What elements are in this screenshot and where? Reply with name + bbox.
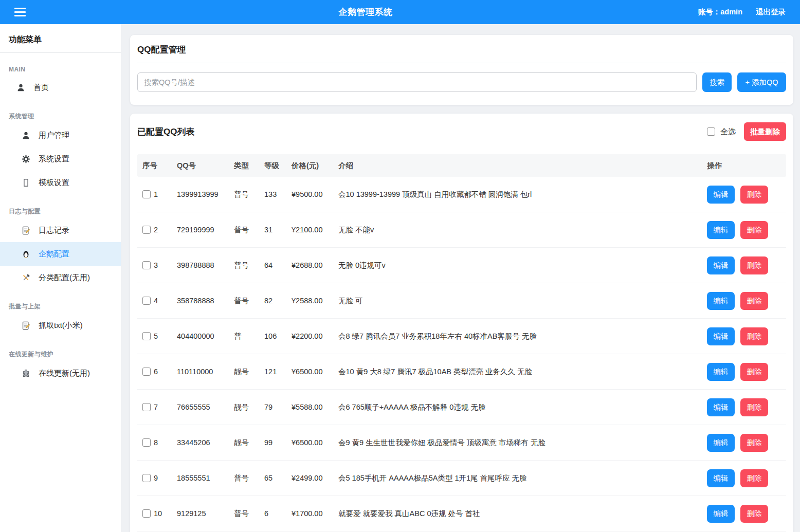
delete-button[interactable]: 删除 (740, 505, 768, 523)
row-checkbox[interactable] (142, 509, 151, 518)
row-checkbox[interactable] (142, 226, 151, 234)
qq-number: 1399913999 (177, 190, 234, 198)
actions-cell: 编辑 删除 (707, 469, 786, 487)
qq-number: 33445206 (177, 438, 234, 447)
row-checkbox[interactable] (142, 438, 151, 447)
qq-level: 106 (264, 332, 292, 340)
logout-link[interactable]: 退出登录 (756, 7, 786, 17)
delete-button[interactable]: 删除 (740, 292, 768, 310)
config-card-title: QQ配置管理 (137, 44, 786, 56)
row-index: 5 (154, 332, 158, 340)
table-row: 5 404400000 普 106 ¥2200.00 会8 绿7 腾讯会员7 业… (137, 319, 786, 354)
sidebar-section: 批量与上架抓取txt(小米) (0, 289, 121, 337)
edit-button[interactable]: 编辑 (707, 292, 735, 310)
puzzle-icon (21, 368, 31, 378)
qq-number: 110110000 (177, 368, 234, 376)
column-header: 操作 (707, 161, 786, 171)
memo-icon (21, 320, 31, 331)
edit-button[interactable]: 编辑 (707, 221, 735, 239)
delete-button[interactable]: 删除 (740, 434, 768, 452)
column-header: 介绍 (338, 161, 707, 171)
row-index: 3 (154, 261, 158, 269)
search-input[interactable] (137, 72, 697, 92)
row-index: 7 (154, 403, 158, 411)
index-cell: 7 (137, 403, 177, 411)
qq-level: 133 (264, 190, 292, 198)
edit-button[interactable]: 编辑 (707, 363, 735, 381)
delete-button[interactable]: 删除 (740, 221, 768, 239)
sidebar-item-1-2[interactable]: 模板设置 (0, 171, 121, 194)
memo-icon (21, 225, 31, 235)
select-all-checkbox[interactable] (707, 127, 715, 136)
delete-button[interactable]: 删除 (740, 186, 768, 204)
sidebar-item-2-0[interactable]: 日志记录 (0, 218, 121, 242)
add-qq-button[interactable]: + 添加QQ (737, 72, 786, 92)
index-cell: 2 (137, 226, 177, 234)
sidebar-item-0-0[interactable]: 首页 (0, 76, 121, 99)
gear-icon (21, 154, 31, 164)
row-checkbox[interactable] (142, 403, 151, 411)
row-checkbox[interactable] (142, 474, 151, 482)
delete-button[interactable]: 删除 (740, 398, 768, 416)
top-bar: 企鹅管理系统 账号：admin 退出登录 (0, 0, 800, 24)
sidebar-section-label: 日志与配置 (0, 194, 121, 218)
index-cell: 8 (137, 438, 177, 447)
sidebar-item-label: 企鹅配置 (39, 249, 69, 259)
sidebar-item-label: 首页 (33, 83, 49, 93)
account-label: 账号：admin (698, 7, 742, 17)
user-icon (15, 82, 26, 93)
qq-type: 靓号 (234, 367, 264, 377)
sidebar-section: 系统管理用户管理系统设置模板设置 (0, 99, 121, 194)
qq-description: 会6 765顺子+AAAAA 极品不解释 0违规 无脸 (338, 402, 707, 412)
qq-description: 无脸 0违规可v (338, 261, 707, 270)
qq-level: 99 (264, 438, 292, 447)
qq-number: 404400000 (177, 332, 234, 340)
row-checkbox[interactable] (142, 332, 151, 340)
actions-cell: 编辑 删除 (707, 292, 786, 310)
edit-button[interactable]: 编辑 (707, 434, 735, 452)
sidebar-item-1-0[interactable]: 用户管理 (0, 123, 121, 147)
tools-icon (21, 272, 31, 283)
qq-description: 会10 黄9 大8 绿7 腾讯7 极品10AB 类型漂亮 业务久久 无脸 (338, 367, 707, 377)
sidebar-item-3-0[interactable]: 抓取txt(小米) (0, 314, 121, 337)
table-row: 6 110110000 靓号 121 ¥6500.00 会10 黄9 大8 绿7… (137, 354, 786, 390)
top-bar-right: 账号：admin 退出登录 (698, 7, 800, 17)
qq-type: 普号 (234, 261, 264, 270)
app-title: 企鹅管理系统 (0, 6, 731, 18)
edit-button[interactable]: 编辑 (707, 398, 735, 416)
edit-button[interactable]: 编辑 (707, 327, 735, 345)
edit-button[interactable]: 编辑 (707, 505, 735, 523)
qq-price: ¥9500.00 (292, 190, 338, 198)
edit-button[interactable]: 编辑 (707, 469, 735, 487)
index-cell: 6 (137, 368, 177, 376)
search-button[interactable]: 搜索 (702, 72, 732, 92)
index-cell: 9 (137, 474, 177, 482)
delete-button[interactable]: 删除 (740, 256, 768, 274)
row-index: 9 (154, 474, 158, 482)
hamburger-menu-icon[interactable] (14, 8, 26, 16)
edit-button[interactable]: 编辑 (707, 256, 735, 274)
sidebar-item-4-0[interactable]: 在线更新(无用) (0, 361, 121, 385)
table-row: 1 1399913999 普号 133 ¥9500.00 会10 13999-1… (137, 177, 786, 212)
delete-button[interactable]: 删除 (740, 327, 768, 345)
row-checkbox[interactable] (142, 261, 151, 269)
qq-type: 普 (234, 332, 264, 341)
sidebar-item-1-1[interactable]: 系统设置 (0, 147, 121, 171)
qq-price: ¥2588.00 (292, 297, 338, 305)
column-header: 类型 (234, 161, 264, 171)
sidebar-item-2-1[interactable]: 企鹅配置 (0, 242, 121, 266)
row-checkbox[interactable] (142, 297, 151, 305)
sidebar-item-label: 抓取txt(小米) (39, 321, 83, 331)
batch-delete-button[interactable]: 批量删除 (744, 122, 786, 141)
row-checkbox[interactable] (142, 368, 151, 376)
table-row: 3 398788888 普号 64 ¥2688.00 无脸 0违规可v 编辑 删… (137, 248, 786, 283)
delete-button[interactable]: 删除 (740, 469, 768, 487)
delete-button[interactable]: 删除 (740, 363, 768, 381)
qq-level: 79 (264, 403, 292, 411)
sidebar-section-label: 在线更新与维护 (0, 337, 121, 361)
table-row: 4 358788888 普号 82 ¥2588.00 无脸 可 编辑 删除 (137, 283, 786, 319)
sidebar-item-2-2[interactable]: 分类配置(无用) (0, 266, 121, 289)
row-checkbox[interactable] (142, 190, 151, 198)
edit-button[interactable]: 编辑 (707, 186, 735, 204)
qq-number: 398788888 (177, 261, 234, 269)
